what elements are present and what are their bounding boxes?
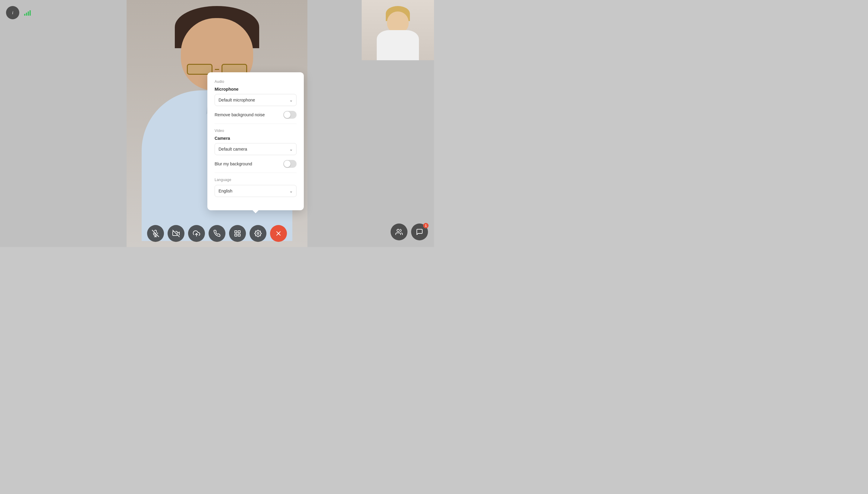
svg-rect-5 — [235, 231, 237, 233]
self-view-head — [386, 6, 410, 33]
video-section-label: Video — [215, 129, 297, 133]
chat-icon — [416, 228, 423, 235]
blur-background-toggle[interactable] — [283, 160, 297, 168]
signal-bar-2 — [26, 13, 27, 16]
phone-icon — [214, 230, 221, 237]
camera-dropdown-wrapper[interactable]: Default camera Built-in Camera External … — [215, 143, 297, 155]
audio-section-label: Audio — [215, 79, 297, 84]
audio-video-divider — [215, 124, 297, 124]
chat-button[interactable]: 1 — [411, 224, 428, 240]
phone-button[interactable] — [208, 225, 225, 242]
self-view-panel — [362, 0, 434, 60]
top-left-controls: i — [6, 6, 31, 19]
video-off-icon — [172, 230, 180, 237]
camera-select[interactable]: Default camera Built-in Camera External … — [215, 143, 297, 155]
chat-badge: 1 — [423, 223, 429, 228]
noise-removal-toggle[interactable] — [283, 111, 297, 119]
noise-removal-label: Remove background noise — [215, 112, 265, 117]
language-dropdown-wrapper[interactable]: English Spanish French German Japanese ⌄ — [215, 185, 297, 197]
right-toolbar: 1 — [391, 224, 428, 240]
signal-strength — [24, 10, 31, 16]
participants-button[interactable] — [391, 224, 407, 240]
video-button[interactable] — [168, 225, 184, 242]
video-language-divider — [215, 173, 297, 173]
svg-point-9 — [257, 232, 259, 234]
settings-button[interactable] — [250, 225, 266, 242]
grid-icon — [234, 230, 241, 237]
self-view-body — [377, 30, 419, 60]
blur-background-knob — [284, 160, 291, 167]
end-call-button[interactable] — [270, 225, 287, 242]
noise-removal-row: Remove background noise — [215, 111, 297, 119]
info-icon: i — [12, 10, 13, 15]
microphone-dropdown-wrapper[interactable]: Default microphone Built-in Microphone E… — [215, 94, 297, 106]
participants-icon — [395, 228, 403, 235]
svg-rect-6 — [238, 231, 240, 233]
svg-rect-7 — [238, 234, 240, 236]
glasses-bridge — [215, 69, 219, 70]
self-view-video — [362, 0, 434, 60]
signal-bar-1 — [24, 14, 25, 16]
blur-background-label: Blur my background — [215, 162, 252, 166]
main-toolbar — [0, 223, 434, 247]
mute-button[interactable] — [147, 225, 164, 242]
language-select[interactable]: English Spanish French German Japanese — [215, 185, 297, 197]
info-button[interactable]: i — [6, 6, 19, 19]
noise-removal-knob — [284, 111, 291, 118]
signal-bar-3 — [28, 12, 29, 16]
share-button[interactable] — [188, 225, 205, 242]
microphone-label: Microphone — [215, 87, 297, 92]
settings-panel: Audio Microphone Default microphone Buil… — [207, 72, 304, 210]
share-icon — [193, 230, 200, 237]
svg-point-12 — [397, 229, 399, 232]
language-section-label: Language — [215, 178, 297, 182]
grid-button[interactable] — [229, 225, 246, 242]
settings-gear-icon — [254, 230, 262, 237]
signal-bar-4 — [30, 10, 31, 16]
camera-label: Camera — [215, 136, 297, 141]
blur-background-row: Blur my background — [215, 160, 297, 168]
mic-off-icon — [152, 230, 159, 237]
microphone-select[interactable]: Default microphone Built-in Microphone E… — [215, 94, 297, 106]
svg-rect-8 — [235, 234, 237, 236]
end-call-icon — [275, 230, 282, 237]
